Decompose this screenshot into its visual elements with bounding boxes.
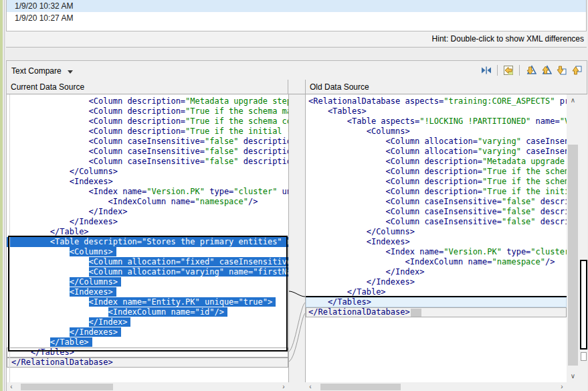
code-line: <Column caseInsensitive="false" descript…	[7, 147, 288, 157]
diff-connector-strip	[288, 94, 306, 382]
code-line: <Column description="True if the initial…	[306, 187, 567, 197]
left-pane-title: Current Data Source	[7, 80, 288, 94]
right-text-pane[interactable]: <RelationalDatabase aspects="training:CO…	[306, 94, 567, 384]
code-line: </Indexes>	[306, 277, 567, 287]
code-line: <IndexColumn name="namespace"/>	[7, 197, 288, 207]
code-line: <Column description="True if the schema …	[7, 116, 288, 127]
code-line: <IndexColumn name="id"/>	[7, 307, 288, 317]
code-line: <Column allocation="varying" name="first…	[7, 267, 288, 277]
compare-content: <Column description="Metadata upgrade st…	[7, 94, 587, 391]
code-line: <Indexes>	[306, 237, 567, 247]
code-line: <Column allocation="varying" caseInsensi…	[306, 147, 567, 157]
code-line: <Column allocation="fixed" caseInsensiti…	[7, 257, 288, 267]
right-pane-title: Old Data Source	[306, 80, 587, 94]
scrollbar-thumb[interactable]	[21, 384, 113, 390]
compare-editor: Text Compare	[6, 60, 587, 391]
copy-all-right-to-left-icon[interactable]	[502, 64, 514, 76]
overview-ruler	[579, 94, 587, 391]
toolbar-separator	[497, 65, 498, 76]
right-horizontal-scrollbar[interactable]: ‹ ›	[306, 382, 567, 391]
scrollbar-thumb[interactable]	[568, 145, 578, 366]
next-difference-icon[interactable]	[524, 64, 536, 76]
code-line: <Table description="Stores the primary e…	[7, 237, 288, 247]
code-line: <Column description="True if the initial…	[7, 127, 288, 137]
compare-mode-dropdown[interactable]: Text Compare	[11, 65, 73, 77]
hint-text: Hint: Double-click to show XML differenc…	[432, 34, 584, 44]
history-list[interactable]: 1/9/20 10:32 AM1/9/20 10:27 AM	[6, 0, 587, 31]
code-line: <Column description="True if the schema …	[7, 106, 288, 116]
code-line: <Index name="Entity.PK" unique="true">	[7, 297, 288, 307]
diff-empty-block	[411, 309, 421, 317]
scroll-right-icon[interactable]: ›	[279, 382, 288, 391]
hint-bar: Hint: Double-click to show XML differenc…	[6, 31, 587, 48]
pane-header-gap	[288, 80, 306, 94]
code-line: </Index>	[7, 317, 288, 327]
scroll-down-icon[interactable]: ∨	[567, 372, 579, 381]
swap-panes-icon[interactable]	[480, 64, 492, 76]
code-line: </Table>	[7, 337, 288, 347]
code-line: <Table aspects="!LOCKING !PARTITIONED" n…	[306, 116, 567, 127]
code-line: <Column description="Metadata upgrade st…	[7, 96, 288, 106]
code-line: </RelationalDatabase>	[7, 358, 288, 368]
view-border	[4, 0, 5, 391]
history-row[interactable]: 1/9/20 10:32 AM	[7, 0, 586, 12]
left-horizontal-scrollbar[interactable]: ‹ ›	[7, 382, 288, 391]
scroll-up-icon[interactable]: ∧	[567, 96, 579, 105]
code-line: </Indexes>	[7, 327, 288, 337]
code-line: </Table>	[306, 287, 567, 297]
left-text-pane[interactable]: <Column description="Metadata upgrade st…	[7, 94, 288, 384]
scrollbar-thumb[interactable]	[320, 384, 401, 390]
code-line: </Index>	[7, 207, 288, 217]
code-line: <Columns>	[306, 127, 567, 137]
code-line: </RelationalDatabase>	[306, 307, 567, 317]
code-line: </Tables>	[7, 347, 288, 358]
diff-connector-lines	[289, 94, 305, 382]
compare-mode-label: Text Compare	[11, 66, 62, 76]
code-line: <Index name="Version.PK" type="cluster" …	[306, 247, 567, 257]
code-line: <RelationalDatabase aspects="training:CO…	[306, 96, 567, 106]
scroll-left-icon[interactable]: ‹	[7, 382, 16, 391]
code-line: <IndexColumn name="namespace"/>	[306, 257, 567, 267]
history-row[interactable]: 1/9/20 10:27 AM	[7, 12, 586, 24]
code-line: </Columns>	[7, 167, 288, 177]
previous-change-icon[interactable]	[571, 64, 583, 76]
compare-toolbar: Text Compare	[7, 61, 587, 80]
toolbar-separator	[519, 65, 520, 76]
previous-difference-icon[interactable]	[540, 64, 552, 76]
code-line: <Column description="True if the schema …	[306, 167, 567, 177]
vertical-scrollbar[interactable]: ∧ ∨	[567, 94, 579, 382]
scroll-left-icon[interactable]: ‹	[306, 382, 315, 391]
code-line: <Column caseInsensitive="false" descript…	[7, 137, 288, 147]
code-line: </Columns>	[7, 277, 288, 287]
code-line: <Column caseInsensitive="false" descript…	[306, 197, 567, 207]
code-line: <Column caseInsensitive="false" descript…	[306, 207, 567, 217]
code-line: <Indexes>	[7, 177, 288, 187]
code-line: <Column caseInsensitive="false" descript…	[7, 157, 288, 167]
code-line: </Indexes>	[7, 217, 288, 227]
code-line: <Column allocation="varying" caseInsensi…	[306, 137, 567, 147]
view-accent-strip	[0, 0, 3, 391]
code-line: </Index>	[306, 267, 567, 277]
code-line: </Table>	[7, 227, 288, 237]
code-line: <Column description="Metadata upgrade st…	[306, 157, 567, 167]
code-line: <Column description="True if the schema …	[306, 177, 567, 187]
code-line: <Column caseInsensitive="false" descript…	[306, 217, 567, 227]
code-line: <Index name="Version.PK" type="cluster" …	[7, 187, 288, 197]
gutter-divider	[9, 94, 10, 382]
code-line: <Indexes>	[7, 287, 288, 297]
code-line: <Columns>	[7, 247, 288, 257]
next-change-icon[interactable]	[555, 64, 567, 76]
toolbar-icon-group	[480, 64, 583, 76]
overview-change-marker[interactable]	[581, 352, 587, 361]
code-line: </Tables>	[306, 297, 567, 307]
code-line: <Tables>	[306, 106, 567, 116]
scroll-right-icon[interactable]: ›	[557, 382, 567, 391]
code-line: </Columns>	[306, 227, 567, 237]
chevron-down-icon	[68, 70, 73, 74]
overview-diff-marker[interactable]	[580, 260, 587, 349]
